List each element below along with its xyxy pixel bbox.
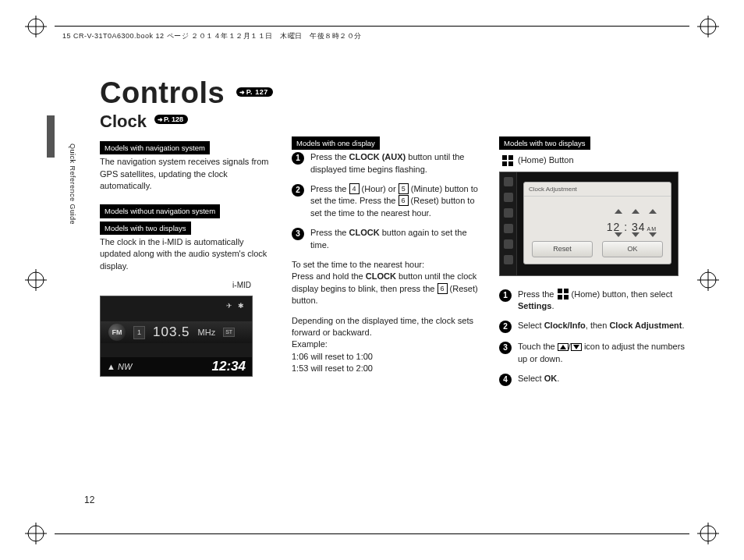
imid-label: i-MID [100, 280, 275, 291]
up-arrow-icon[interactable] [649, 209, 657, 214]
key-icon: 4 [349, 183, 360, 194]
model-tag: Models with navigation system [100, 141, 210, 154]
step-number-icon: 3 [499, 342, 512, 354]
page-ref: P. 127 [236, 87, 272, 97]
text: (Home) Button [518, 154, 574, 166]
footer-rule [55, 533, 689, 534]
text: Depending on the displayed time, the clo… [292, 316, 473, 337]
key-icon: 6 [438, 283, 448, 294]
bold: CLOCK [349, 228, 380, 237]
text: . [557, 374, 559, 383]
down-triangle-icon [571, 343, 582, 351]
status-icons: ✈ ✱ [226, 301, 246, 311]
up-arrow-icon[interactable] [615, 209, 622, 214]
step-4: 4 Select OK. [499, 373, 689, 386]
compass: ▲ NW [107, 361, 132, 373]
step-number-icon: 1 [292, 152, 304, 165]
bold: Clock/Info [544, 321, 586, 330]
column-2: Models with one display 1 Press the CLOC… [292, 136, 482, 394]
touchscreen-display: Clock Adjustment 12 : 34AM Reset OK [499, 172, 678, 276]
ampm: AM [647, 226, 657, 232]
side-label: Quick Reference Guide [69, 144, 76, 225]
subtitle-text: Clock [100, 112, 147, 131]
text: 12 : 34 [607, 221, 646, 233]
text: , then [586, 321, 610, 330]
section-tab [47, 115, 55, 158]
radio-row: FM 1 103.5 MHz ST [101, 321, 252, 343]
step-1: 1 Press the (Home) button, then select S… [499, 289, 689, 313]
step-number-icon: 2 [292, 184, 304, 197]
step-number-icon: 3 [292, 228, 304, 240]
page-title: Controls P. 127 [100, 76, 700, 110]
text: (Home) button, then select [569, 289, 673, 299]
paragraph: Depending on the displayed time, the clo… [292, 315, 482, 375]
bold: Settings [518, 301, 551, 310]
text: Press and hold the [292, 271, 366, 281]
frequency: 103.5 [153, 323, 190, 342]
fm-icon: FM [108, 324, 126, 341]
text: Example: [292, 339, 328, 349]
sidebar-icon [504, 255, 513, 264]
step-number-icon: 4 [499, 374, 512, 386]
crop-mark-icon [25, 523, 47, 544]
step-3: 3 Touch the / icon to adjust the numbers… [499, 341, 689, 365]
clock-panel: Clock Adjustment 12 : 34AM Reset OK [523, 182, 671, 264]
sidebar-icon [504, 208, 513, 218]
text: . [551, 301, 554, 310]
stereo-badge: ST [223, 328, 235, 337]
section-title: Clock P. 128 [100, 112, 700, 132]
header-text: 15 CR-V-31T0A6300.book 12 ページ ２０１４年１２月１１… [62, 31, 362, 41]
reset-button[interactable]: Reset [532, 241, 593, 257]
freq-unit: MHz [198, 327, 216, 338]
text: . [682, 321, 685, 330]
bold: CLOCK [366, 271, 396, 281]
crop-mark-icon [25, 16, 47, 37]
text: To set the time to the nearest hour: [292, 260, 424, 269]
home-button-label: (Home) Button [502, 154, 689, 166]
up-triangle-icon [558, 343, 569, 351]
crop-mark-icon [25, 269, 47, 291]
step-2: 2 Select Clock/Info, then Clock Adjustme… [499, 320, 689, 333]
sidebar-icon [504, 177, 513, 186]
time-value: 12 : 34AM [607, 220, 657, 236]
model-tag: Models without navigation system [100, 204, 220, 218]
ok-button[interactable]: OK [602, 241, 663, 257]
paragraph: The navigation system receives signals f… [100, 156, 275, 192]
up-arrow-icon[interactable] [632, 209, 639, 214]
title-text: Controls [100, 76, 225, 109]
step-2: 2 Press the 4 (Hour) or 5 (Minute) butto… [292, 183, 482, 219]
display-sidebar [500, 172, 517, 275]
text: Press the [310, 228, 349, 237]
crop-mark-icon [697, 523, 719, 544]
text: Press the [310, 152, 349, 161]
text: (Hour) or [360, 184, 399, 193]
sidebar-icon [504, 224, 513, 233]
model-tag: Models with two displays [499, 136, 590, 150]
crop-mark-icon [697, 269, 719, 291]
panel-title: Clock Adjustment [524, 183, 671, 197]
page-ref: P. 128 [154, 115, 188, 124]
bold: CLOCK (AUX) [349, 152, 406, 161]
model-tag: Models with two displays [100, 222, 191, 235]
column-1: Models with navigation system The naviga… [100, 136, 275, 394]
column-3: Models with two displays (Home) Button C… [499, 136, 689, 394]
bold: OK [544, 374, 558, 383]
text: Select [518, 374, 544, 383]
crop-mark-icon [697, 16, 719, 37]
home-icon [558, 289, 569, 299]
text: 1:06 will reset to 1:00 [292, 352, 373, 361]
step-number-icon: 1 [499, 289, 512, 302]
sidebar-icon [504, 193, 513, 202]
step-number-icon: 2 [499, 321, 512, 333]
clock-display: 12:34 [212, 357, 246, 376]
step-1: 1 Press the CLOCK (AUX) button until the… [292, 151, 482, 175]
key-icon: 5 [399, 183, 409, 194]
imid-display: ✈ ✱ FM 1 103.5 MHz ST ▲ NW 12:34 [100, 296, 253, 377]
model-tag: Models with one display [292, 136, 380, 150]
sidebar-icon [504, 239, 513, 249]
home-icon [502, 155, 513, 166]
bold: Clock Adjustment [609, 321, 682, 330]
key-icon: 6 [399, 195, 409, 206]
header-rule [55, 26, 689, 27]
text: Press the [310, 184, 349, 193]
